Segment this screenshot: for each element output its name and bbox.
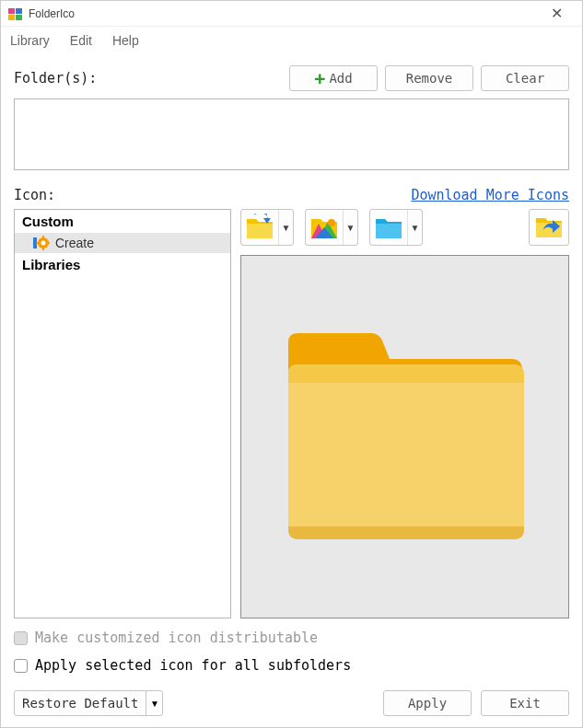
right-column: ▼ ▼ ▼ xyxy=(240,209,569,618)
palette-color-dropdown[interactable]: ▼ xyxy=(305,209,358,246)
menu-edit[interactable]: Edit xyxy=(70,33,92,48)
group-custom[interactable]: Custom xyxy=(15,210,230,233)
subfolders-label: Apply selected icon for all subfolders xyxy=(35,657,351,674)
chevron-down-icon: ▼ xyxy=(278,210,293,245)
chevron-down-icon: ▼ xyxy=(407,210,422,245)
svg-rect-10 xyxy=(48,242,51,244)
chevron-down-icon: ▼ xyxy=(146,691,162,715)
svg-rect-0 xyxy=(8,8,15,14)
menubar: Library Edit Help xyxy=(1,27,582,54)
mid-section: Custom Create Libraries xyxy=(14,209,569,618)
svg-rect-1 xyxy=(16,8,22,14)
icon-label: Icon: xyxy=(14,187,55,203)
svg-rect-4 xyxy=(33,237,37,248)
palette-row: ▼ ▼ ▼ xyxy=(240,209,569,246)
menu-help[interactable]: Help xyxy=(112,33,139,48)
download-more-icons-link[interactable]: Download More Icons xyxy=(411,187,569,203)
folders-label: Folder(s): xyxy=(14,70,282,87)
download-folder-icon xyxy=(241,210,278,245)
distributable-label: Make customized icon distributable xyxy=(35,630,318,646)
close-button[interactable]: ✕ xyxy=(538,5,575,22)
remove-button[interactable]: Remove xyxy=(385,65,473,91)
svg-rect-7 xyxy=(42,236,44,238)
subfolders-checkbox[interactable] xyxy=(14,659,28,673)
plus-icon: + xyxy=(314,69,325,87)
folders-list[interactable] xyxy=(14,98,569,170)
blue-folder-icon xyxy=(370,210,407,245)
distributable-row: Make customized icon distributable xyxy=(14,630,569,646)
icon-library-sidebar: Custom Create Libraries xyxy=(14,209,231,618)
group-libraries[interactable]: Libraries xyxy=(15,253,230,276)
restore-label: Restore Default xyxy=(15,691,146,715)
palette-blue-dropdown[interactable]: ▼ xyxy=(369,209,423,246)
create-label: Create xyxy=(55,236,94,250)
exit-button[interactable]: Exit xyxy=(481,690,569,716)
sidebar-item-create[interactable]: Create xyxy=(15,233,230,253)
titlebar: FolderIco ✕ xyxy=(1,1,582,27)
icon-row: Icon: Download More Icons xyxy=(14,187,569,203)
svg-rect-8 xyxy=(42,248,44,250)
restore-default-dropdown[interactable]: Restore Default ▼ xyxy=(14,690,163,716)
apply-button[interactable]: Apply xyxy=(383,690,472,716)
app-window: FolderIco ✕ Library Edit Help Folder(s):… xyxy=(0,0,583,728)
add-label: Add xyxy=(329,71,352,86)
palette-download-dropdown[interactable]: ▼ xyxy=(240,209,294,246)
color-folder-icon xyxy=(306,210,343,245)
window-title: FolderIco xyxy=(29,7,538,20)
menu-library[interactable]: Library xyxy=(10,33,50,48)
share-button[interactable] xyxy=(529,209,569,246)
svg-rect-9 xyxy=(37,242,40,244)
folder-preview-icon xyxy=(272,322,539,552)
subfolders-row: Apply selected icon for all subfolders xyxy=(14,657,569,674)
add-button[interactable]: + Add xyxy=(289,65,378,91)
svg-rect-3 xyxy=(16,15,22,20)
chevron-down-icon: ▼ xyxy=(343,210,357,245)
icon-preview xyxy=(240,255,569,618)
footer: Restore Default ▼ Apply Exit xyxy=(14,690,569,716)
palette-left: ▼ ▼ ▼ xyxy=(240,209,423,246)
svg-rect-2 xyxy=(8,15,15,20)
distributable-checkbox xyxy=(14,631,28,645)
svg-point-6 xyxy=(41,241,46,246)
content: Folder(s): + Add Remove Clear Icon: Down… xyxy=(1,54,582,727)
app-logo-icon xyxy=(8,6,23,21)
clear-button[interactable]: Clear xyxy=(481,65,569,91)
svg-point-14 xyxy=(328,219,335,226)
share-folder-icon xyxy=(534,213,564,243)
gear-icon xyxy=(33,235,50,251)
folders-row: Folder(s): + Add Remove Clear xyxy=(14,65,569,91)
